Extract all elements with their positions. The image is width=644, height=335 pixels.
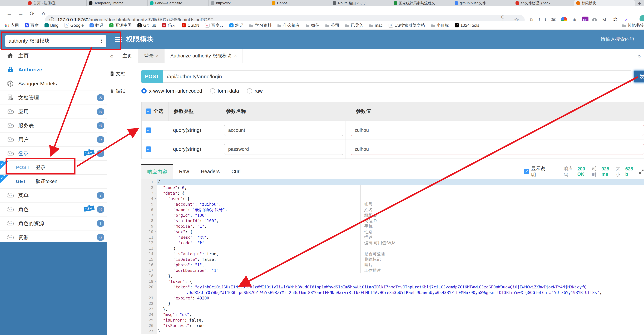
fold-icon[interactable]: ▾ — [153, 279, 157, 284]
bookmark-item[interactable]: GGoogle — [64, 23, 84, 28]
response-tab-Headers[interactable]: Headers — [195, 164, 226, 179]
bookmark-item[interactable]: CCSDN — [182, 23, 199, 28]
bookmark-item[interactable]: 已导入 — [345, 22, 363, 28]
browser-tab[interactable]: Habos — [270, 0, 330, 6]
sidebar-item-Authorize[interactable]: Authorize — [0, 63, 107, 77]
browser-tab[interactable]: Temporary Interce... — [86, 0, 148, 6]
sidebar-item-文档管理[interactable]: 文档管理3 — [0, 91, 107, 105]
bookmark-item[interactable]: 译翻译 — [90, 22, 104, 28]
sidebar-item-服务表[interactable]: API服务表6 — [0, 119, 107, 133]
browser-tab-title: github push文件... — [460, 1, 489, 6]
browser-tab[interactable]: Land—Campsite... — [148, 0, 208, 6]
sidebar-item-label: 菜单 — [18, 192, 29, 199]
response-tab-响应内容[interactable]: 响应内容 — [142, 164, 173, 179]
sidebar-endpoint-post[interactable]: NEWPOST登录 — [0, 160, 107, 174]
bookmark-item[interactable]: C开源中国 — [109, 22, 132, 28]
header-search-input[interactable]: 请输入搜索内容 — [601, 36, 634, 42]
body-type-form-data[interactable]: form-data — [210, 88, 239, 94]
hamburger-icon[interactable] — [115, 36, 122, 43]
reload-icon[interactable]: ⟳ — [27, 9, 37, 18]
bookmark-item[interactable]: 其他书签 — [622, 22, 644, 28]
browser-tab[interactable]: 权限模块 — [574, 0, 635, 6]
back-icon[interactable]: ← — [4, 9, 14, 18]
module-select[interactable]: authority-权限模块 ▲▼ — [5, 35, 106, 47]
response-tab-Curl[interactable]: Curl — [226, 164, 246, 179]
sidebar-item-Swagger Models[interactable]: Swagger Models — [0, 77, 107, 91]
sidebar-item-菜单[interactable]: API菜单7 — [0, 188, 107, 202]
bookmark-label: 应用 — [10, 22, 19, 28]
new-tab-button[interactable]: + — [635, 1, 644, 6]
browser-tab[interactable]: 首页 - 注册/登... — [26, 0, 86, 6]
sidebar-item-用户[interactable]: API用户9 — [0, 133, 107, 147]
sidebar-item-登录[interactable]: API登录NEW2 — [0, 147, 107, 160]
fold-icon[interactable]: ▾ — [153, 196, 157, 202]
param-name-input[interactable]: password — [224, 144, 343, 155]
expand-tabs-icon[interactable]: » — [634, 49, 644, 63]
bookmark-item[interactable]: 公司 — [325, 22, 339, 28]
body-type-raw[interactable]: raw — [247, 88, 263, 94]
bookmark-item[interactable]: 小目标 — [431, 22, 449, 28]
collapse-tabs-icon[interactable]: « — [107, 49, 116, 63]
param-value-input[interactable]: zuihou — [351, 144, 644, 155]
response-tab-Raw[interactable]: Raw — [173, 164, 195, 179]
body-type-x-www-form-urlencoded[interactable]: x-www-form-urlencoded — [142, 88, 202, 94]
fold-icon[interactable]: ▾ — [153, 180, 157, 185]
favicon — [576, 2, 580, 5]
bookmark-label: 1024Tools — [460, 23, 479, 28]
doc-tab-主页[interactable]: 主页 — [116, 49, 138, 63]
sidebar-item-应用[interactable]: API应用5 — [0, 105, 107, 119]
browser-tab[interactable]: http://xxx... — [208, 0, 270, 6]
response-json-editor[interactable]: 1▾{2"code": 0,3▾"data": {4▾"user": {5"ac… — [142, 180, 644, 335]
side-tab-调试[interactable]: 调试 — [107, 84, 138, 99]
browser-tab[interactable]: sh文件处理（pack... — [513, 0, 574, 6]
endpoint-label: 登录 — [36, 164, 46, 171]
bookmark-item[interactable]: 什么都有 — [277, 22, 300, 28]
bookmark-item[interactable]: N笔记 — [230, 22, 243, 28]
body-type-label: raw — [254, 88, 263, 94]
browser-tab[interactable]: 国家统计局参与流程文... — [391, 0, 452, 6]
send-button[interactable]: 发送 — [634, 70, 644, 83]
bookmark-item[interactable]: G码云 — [162, 22, 176, 28]
bookmark-item[interactable]: ()GitHub — [138, 23, 156, 28]
browser-tab[interactable]: github push文件... — [452, 0, 513, 6]
bookmark-item[interactable]: 百百度 — [25, 22, 39, 28]
close-icon[interactable]: × — [234, 54, 237, 58]
svg-text:API: API — [8, 194, 12, 197]
request-bar: POST /api/authority/anno/login — [141, 70, 632, 83]
param-checkbox[interactable]: ✓ — [146, 146, 151, 152]
fullscreen-icon[interactable] — [639, 169, 644, 174]
forward-icon[interactable]: → — [16, 9, 26, 18]
browser-tab[interactable]: Route 路由マッチ... — [330, 0, 391, 6]
select-all-checkbox[interactable]: ✓ — [146, 108, 151, 114]
bookmark-item[interactable]: mac — [369, 23, 382, 28]
fold-icon[interactable]: ▾ — [153, 190, 157, 196]
param-checkbox[interactable]: ✓ — [146, 128, 151, 133]
sidebar-item-角色的资源[interactable]: API角色的资源1 — [0, 216, 107, 230]
sidebar-item-主页[interactable]: 主页 — [0, 49, 107, 63]
sidebar-endpoint-get[interactable]: NEWGET验证token — [0, 174, 107, 188]
module-select-value: authority-权限模块 — [8, 38, 50, 44]
sidebar-item-角色[interactable]: API角色NEW8 — [0, 202, 107, 216]
bookmark-item[interactable]: UES搜索引擎文档 — [388, 22, 425, 28]
radio-icon[interactable] — [142, 88, 146, 94]
bookmark-item[interactable]: ∞百度云 — [205, 22, 224, 28]
param-value-input[interactable]: zuihou — [351, 125, 644, 136]
radio-icon[interactable] — [210, 88, 215, 94]
json-line: 21"expire": 43200 — [142, 295, 644, 301]
fold-icon[interactable]: ▾ — [153, 229, 157, 234]
param-name-input[interactable]: account — [224, 125, 343, 136]
bookmark-item[interactable]: bBing — [44, 23, 58, 28]
bookmark-item[interactable]: 学习资料 — [249, 22, 272, 28]
show-desc-checkbox[interactable]: ✓ — [524, 169, 529, 174]
radio-icon[interactable] — [247, 88, 252, 94]
doc-tab-登录[interactable]: 登录× — [138, 49, 164, 63]
doc-tab-Authorize-authority-权限模块[interactable]: Authorize-authority-权限模块× — [164, 49, 243, 63]
favicon: () — [138, 23, 142, 28]
side-tab-文档[interactable]: 文档 — [107, 68, 138, 80]
favicon: C — [109, 23, 114, 28]
close-icon[interactable]: × — [156, 54, 158, 58]
bookmark-item[interactable]: 应用 — [5, 22, 19, 28]
bookmark-item[interactable]: 微信 — [306, 22, 320, 28]
bug-icon — [109, 89, 114, 94]
bookmark-item[interactable]: 101024Tools — [455, 23, 479, 28]
